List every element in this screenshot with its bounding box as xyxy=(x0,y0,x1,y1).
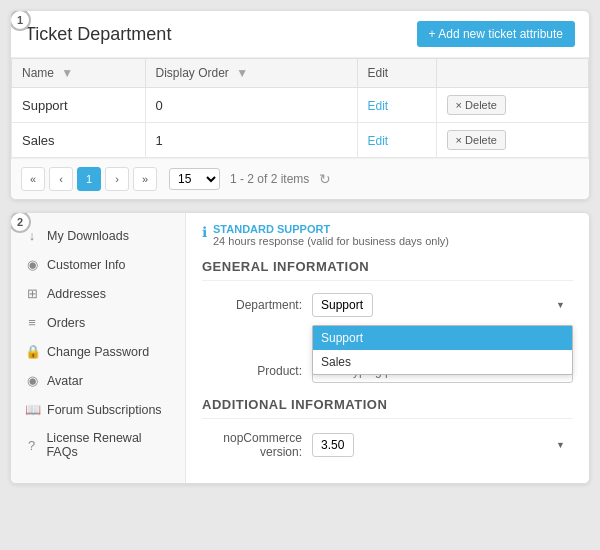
faq-icon: ? xyxy=(25,438,38,453)
col-actions xyxy=(436,59,588,88)
row-edit-support[interactable]: Edit xyxy=(357,88,436,123)
dropdown-option-sales[interactable]: Sales xyxy=(313,350,572,374)
department-select-wrapper: Support Sales xyxy=(312,293,573,317)
last-page-button[interactable]: » xyxy=(133,167,157,191)
general-information-header: GENERAL INFORMATION xyxy=(202,259,573,281)
panel-2: 2 ↓ My Downloads ◉ Customer Info ⊞ Addre… xyxy=(10,212,590,484)
dropdown-option-support[interactable]: Support xyxy=(313,326,572,350)
avatar-icon: ◉ xyxy=(25,373,39,388)
department-dropdown: Support Sales xyxy=(312,325,573,375)
sidebar-item-avatar[interactable]: ◉ Avatar xyxy=(11,366,185,395)
delete-sales-button[interactable]: × Delete xyxy=(447,130,506,150)
sidebar: ↓ My Downloads ◉ Customer Info ⊞ Address… xyxy=(11,213,186,483)
sidebar-item-downloads[interactable]: ↓ My Downloads xyxy=(11,221,185,250)
orders-icon: ≡ xyxy=(25,315,39,330)
row-name-sales: Sales xyxy=(12,123,146,158)
edit-sales-link[interactable]: Edit xyxy=(368,134,389,148)
edit-support-link[interactable]: Edit xyxy=(368,99,389,113)
panel1-title: Ticket Department xyxy=(25,24,171,45)
table-container: Name ▼ Display Order ▼ Edit Support xyxy=(11,58,589,158)
row-order-support: 0 xyxy=(145,88,357,123)
sidebar-item-orders[interactable]: ≡ Orders xyxy=(11,308,185,337)
nopcommerce-select-wrapper: 3.50 xyxy=(312,433,573,457)
pagination: « ‹ 1 › » 15 25 50 100 1 - 2 of 2 items … xyxy=(11,158,589,199)
name-filter-icon[interactable]: ▼ xyxy=(61,66,71,76)
department-select[interactable]: Support Sales xyxy=(312,293,373,317)
department-row: Department: Support Sales Support Sales xyxy=(202,293,573,317)
nopcommerce-row: nopCommerce version: 3.50 xyxy=(202,431,573,459)
support-description: 24 hours response (valid for business da… xyxy=(213,235,449,247)
panel1-header: Ticket Department + Add new ticket attri… xyxy=(11,11,589,58)
col-name[interactable]: Name ▼ xyxy=(12,59,146,88)
customer-icon: ◉ xyxy=(25,257,39,272)
row-delete-support: × Delete xyxy=(436,88,588,123)
sidebar-item-customer[interactable]: ◉ Customer Info xyxy=(11,250,185,279)
sidebar-item-addresses[interactable]: ⊞ Addresses xyxy=(11,279,185,308)
next-page-button[interactable]: › xyxy=(105,167,129,191)
row-edit-sales[interactable]: Edit xyxy=(357,123,436,158)
prev-page-button[interactable]: ‹ xyxy=(49,167,73,191)
col-display-order[interactable]: Display Order ▼ xyxy=(145,59,357,88)
additional-information-header: ADDITIONAL INFORMATION xyxy=(202,397,573,419)
panel2-body: ↓ My Downloads ◉ Customer Info ⊞ Address… xyxy=(11,213,589,483)
department-label: Department: xyxy=(202,298,312,312)
forum-icon: 📖 xyxy=(25,402,39,417)
add-ticket-attribute-button[interactable]: + Add new ticket attribute xyxy=(417,21,575,47)
row-order-sales: 1 xyxy=(145,123,357,158)
support-title: STANDARD SUPPORT xyxy=(213,223,449,235)
main-content: ℹ STANDARD SUPPORT 24 hours response (va… xyxy=(186,213,589,483)
sidebar-item-forum[interactable]: 📖 Forum Subscriptions xyxy=(11,395,185,424)
display-order-filter-icon[interactable]: ▼ xyxy=(236,66,246,76)
ticket-departments-table: Name ▼ Display Order ▼ Edit Support xyxy=(11,58,589,158)
delete-support-button[interactable]: × Delete xyxy=(447,95,506,115)
current-page-button[interactable]: 1 xyxy=(77,167,101,191)
nopcommerce-select[interactable]: 3.50 xyxy=(312,433,354,457)
refresh-icon[interactable]: ↻ xyxy=(319,171,331,187)
info-icon: ℹ xyxy=(202,224,207,240)
support-notice: ℹ STANDARD SUPPORT 24 hours response (va… xyxy=(202,223,573,247)
nopcommerce-label: nopCommerce version: xyxy=(202,431,312,459)
row-name-support: Support xyxy=(12,88,146,123)
row-delete-sales: × Delete xyxy=(436,123,588,158)
first-page-button[interactable]: « xyxy=(21,167,45,191)
password-icon: 🔒 xyxy=(25,344,39,359)
col-edit: Edit xyxy=(357,59,436,88)
table-header-row: Name ▼ Display Order ▼ Edit xyxy=(12,59,589,88)
product-label: Product: xyxy=(202,364,312,378)
table-row: Sales 1 Edit × Delete xyxy=(12,123,589,158)
panel-1: 1 Ticket Department + Add new ticket att… xyxy=(10,10,590,200)
table-row: Support 0 Edit × Delete xyxy=(12,88,589,123)
page-info: 1 - 2 of 2 items xyxy=(230,172,309,186)
per-page-select[interactable]: 15 25 50 100 xyxy=(169,168,220,190)
sidebar-item-password[interactable]: 🔒 Change Password xyxy=(11,337,185,366)
sidebar-item-faq[interactable]: ? License Renewal FAQs xyxy=(11,424,185,466)
addresses-icon: ⊞ xyxy=(25,286,39,301)
